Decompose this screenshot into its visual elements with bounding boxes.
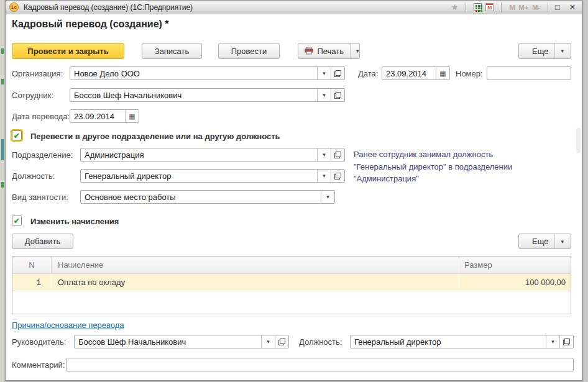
employment-input[interactable] xyxy=(81,191,321,203)
calendar-icon[interactable]: 31 xyxy=(485,3,494,11)
transfer-date-field[interactable]: ▦ xyxy=(70,109,139,123)
column-header-amount[interactable]: Размер xyxy=(459,257,571,273)
titlebar-separator xyxy=(466,2,466,12)
date-input[interactable] xyxy=(382,67,436,80)
background-window-edge xyxy=(0,0,5,382)
position-field[interactable]: ▾ xyxy=(80,169,345,183)
employee-dropdown-button[interactable]: ▾ xyxy=(317,89,331,101)
organization-dropdown-button[interactable]: ▾ xyxy=(317,67,331,80)
number-field[interactable] xyxy=(487,66,571,80)
more-button-table[interactable]: Еще ▾ xyxy=(518,234,571,249)
employment-dropdown-button[interactable]: ▾ xyxy=(321,191,334,203)
save-label: Записать xyxy=(155,47,190,56)
transfer-checkbox-label: Перевести в другое подразделение или на … xyxy=(30,132,280,141)
manager-position-field[interactable]: ▾ xyxy=(350,335,574,348)
add-row-label: Добавить xyxy=(25,237,60,246)
transfer-date-label: Дата перевода: xyxy=(12,112,70,121)
more-button-top[interactable]: Еще ▾ xyxy=(518,43,571,59)
date-field[interactable]: ▦ xyxy=(382,66,450,80)
memory-plus-button[interactable]: M+ xyxy=(519,4,529,11)
column-header-n[interactable]: N xyxy=(12,257,51,273)
transfer-date-calendar-button[interactable]: ▦ xyxy=(125,110,139,122)
titlebar[interactable]: 1с Кадровый перевод (создание) (1С:Предп… xyxy=(6,1,582,14)
choose-from-list-icon xyxy=(278,339,285,345)
calendar-day-label: 31 xyxy=(486,5,493,11)
calendar-picker-icon: ▦ xyxy=(439,70,446,77)
change-accruals-label: Изменить начисления xyxy=(30,217,119,226)
table-more-dropdown-button[interactable]: ▾ xyxy=(554,234,564,248)
manager-dropdown-button[interactable]: ▾ xyxy=(261,335,275,348)
employee-input[interactable] xyxy=(70,89,317,101)
check-icon: ✔ xyxy=(14,217,21,225)
organization-field[interactable]: ▾ xyxy=(70,66,345,80)
choose-from-list-icon xyxy=(334,70,341,77)
employee-label: Сотрудник: xyxy=(12,91,53,100)
memory-recall-button[interactable]: M xyxy=(509,4,515,11)
employment-label: Вид занятости: xyxy=(12,193,68,202)
reason-link[interactable]: Причина/основание перевода xyxy=(12,321,124,330)
comment-label: Комментарий: xyxy=(12,360,65,370)
employee-choose-button[interactable] xyxy=(331,89,344,101)
comment-field[interactable] xyxy=(66,358,574,371)
more-dropdown-button[interactable]: ▾ xyxy=(554,43,564,58)
calculator-icon[interactable] xyxy=(474,3,482,11)
chevron-down-icon: ▾ xyxy=(561,239,564,245)
titlebar-separator xyxy=(501,2,502,12)
chevron-down-icon: ▾ xyxy=(267,339,270,345)
print-label: Печать xyxy=(317,47,344,56)
chevron-down-icon: ▾ xyxy=(551,339,554,345)
manager-choose-button[interactable] xyxy=(275,335,288,348)
titlebar-separator xyxy=(548,2,548,12)
choose-from-list-icon xyxy=(334,173,341,180)
print-button[interactable]: Печать ▾ xyxy=(298,43,360,59)
transfer-date-input[interactable] xyxy=(70,110,125,122)
department-input[interactable] xyxy=(81,148,317,161)
position-input[interactable] xyxy=(81,170,317,182)
background-list-mark xyxy=(1,182,4,188)
chevron-down-icon: ▾ xyxy=(323,92,326,98)
organization-choose-button[interactable] xyxy=(331,67,344,80)
chevron-down-icon: ▾ xyxy=(323,173,326,179)
position-choose-button[interactable] xyxy=(331,170,344,182)
manager-field[interactable]: ▾ xyxy=(74,335,289,348)
department-field[interactable]: ▾ xyxy=(80,148,345,161)
manager-position-input[interactable] xyxy=(351,335,546,348)
position-dropdown-button[interactable]: ▾ xyxy=(317,170,331,182)
employee-field[interactable]: ▾ xyxy=(70,88,345,102)
table-header-row: N Начисление Размер xyxy=(12,257,571,274)
chevron-down-icon: ▾ xyxy=(356,48,359,54)
row-number-cell[interactable]: 1 xyxy=(12,274,51,291)
post-label: Провести xyxy=(231,47,267,56)
memory-minus-button[interactable]: M- xyxy=(532,4,540,11)
accruals-table: N Начисление Размер 1 Оплата по окладу 1… xyxy=(12,256,571,314)
organization-label: Организация: xyxy=(12,69,63,78)
transfer-checkbox[interactable]: ✔ xyxy=(12,130,22,140)
change-accruals-checkbox[interactable]: ✔ xyxy=(12,216,22,225)
department-dropdown-button[interactable]: ▾ xyxy=(317,148,331,161)
save-button[interactable]: Записать xyxy=(142,43,202,59)
table-row[interactable]: 1 Оплата по окладу 100 000,00 xyxy=(12,274,571,291)
accrual-cell[interactable]: Оплата по окладу xyxy=(51,274,459,291)
calendar-picker-icon: ▦ xyxy=(129,113,135,120)
number-input[interactable] xyxy=(487,67,571,80)
column-header-accrual[interactable]: Начисление xyxy=(51,257,459,273)
date-calendar-button[interactable]: ▦ xyxy=(436,67,449,80)
close-button[interactable]: ✕ xyxy=(567,2,578,12)
favorites-icon[interactable]: ★ xyxy=(451,2,459,12)
manager-input[interactable] xyxy=(75,335,261,348)
manager-position-choose-button[interactable] xyxy=(559,335,573,348)
comment-input[interactable] xyxy=(67,358,573,371)
manager-position-dropdown-button[interactable]: ▾ xyxy=(546,335,559,348)
department-choose-button[interactable] xyxy=(331,148,344,161)
post-and-close-button[interactable]: Провести и закрыть xyxy=(12,43,124,59)
organization-input[interactable] xyxy=(70,67,317,80)
manager-label: Руководитель: xyxy=(12,337,66,347)
print-dropdown-button[interactable]: ▾ xyxy=(350,43,359,58)
post-button[interactable]: Провести xyxy=(218,43,280,59)
add-row-button[interactable]: Добавить xyxy=(12,234,73,249)
employment-field[interactable]: ▾ xyxy=(80,190,335,204)
maximize-button[interactable]: □ xyxy=(552,2,563,12)
position-label: Должность: xyxy=(12,171,55,181)
amount-cell[interactable]: 100 000,00 xyxy=(459,274,571,291)
scrollbar[interactable] xyxy=(576,128,581,153)
